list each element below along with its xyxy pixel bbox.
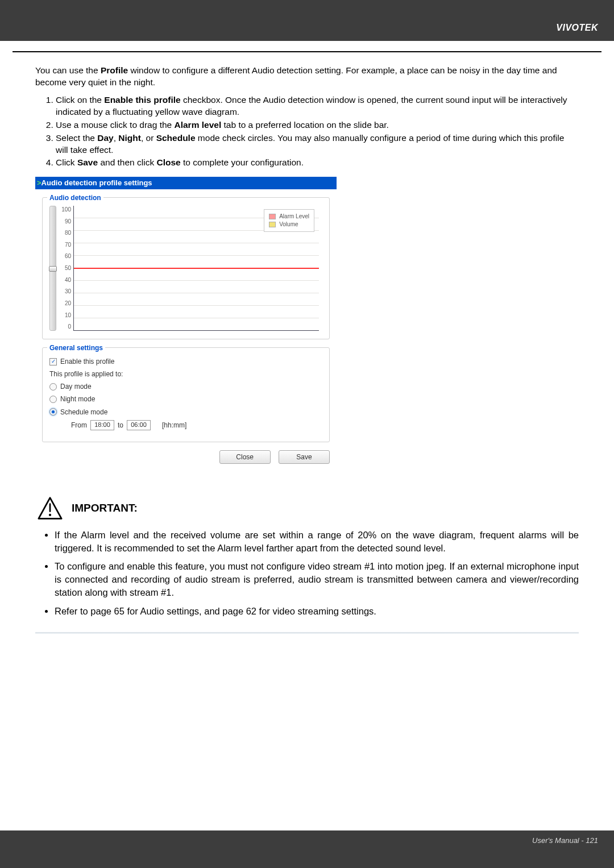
panel-title-bar: >Audio detection profile settings [35,177,337,189]
step3-m2: , or [141,133,156,143]
general-settings-fieldset: General settings Enable this profile Thi… [42,347,330,442]
from-label: From [71,421,87,430]
alarm-level-slider[interactable] [49,206,56,331]
warning-icon [38,496,63,521]
important-section: IMPORTANT: If the Alarm level and the re… [35,496,579,634]
legend-alarm: Alarm Level [269,213,309,221]
brand-text: VIVOTEK [556,23,598,33]
tick-30: 30 [57,288,71,296]
audio-chart: 100 90 80 70 60 50 40 30 20 10 0 [49,203,322,331]
step4-m1: and then click [98,157,156,167]
important-title: IMPORTANT: [72,501,138,516]
legend-alarm-label: Alarm Level [279,213,309,221]
schedule-mode-radio[interactable] [49,408,57,416]
intro-pre: You can use the [35,65,101,75]
schedule-mode-row: Schedule mode [49,408,322,417]
schedule-mode-label: Schedule mode [60,408,107,417]
panel-button-row: Close Save [35,448,337,470]
important-item-3: Refer to page 65 for Audio settings, and… [55,605,579,618]
step-2: Use a mouse click to drag the Alarm leve… [56,119,579,131]
legend-volume: Volume [269,221,309,229]
to-time-input[interactable]: 06:00 [127,420,151,430]
page-content: You can use the Profile window to config… [0,52,614,634]
enable-profile-row: Enable this profile [49,357,322,366]
step-3: Select the Day, Night, or Schedule mode … [56,132,579,156]
step4-pre: Click [56,157,77,167]
step1-bold: Enable this profile [104,95,180,105]
day-mode-label: Day mode [60,382,92,391]
chevron-right-icon: > [37,178,42,187]
footer-band: User's Manual - 121 [0,830,614,868]
profile-settings-panel: >Audio detection profile settings Audio … [35,177,337,469]
step3-b3: Schedule [156,133,196,143]
panel-title: Audio detection profile settings [42,178,152,187]
steps-list: Click on the Enable this profile checkbo… [35,94,579,169]
from-time-input[interactable]: 18:00 [90,420,114,430]
tick-80: 80 [57,229,71,237]
step-4: Click Save and then click Close to compl… [56,157,579,169]
tick-100: 100 [57,206,71,214]
svg-point-2 [49,514,51,516]
tick-60: 60 [57,252,71,260]
swatch-red-icon [269,214,276,219]
night-mode-radio[interactable] [49,396,57,403]
enable-profile-label: Enable this profile [60,357,114,366]
step3-b1: Day [97,133,113,143]
general-settings-legend: General settings [47,343,105,352]
important-item-1: If the Alarm level and the received volu… [55,529,579,555]
save-button[interactable]: Save [279,450,330,464]
tick-40: 40 [57,276,71,284]
legend-volume-label: Volume [279,221,298,229]
step3-b2: Night [118,133,141,143]
enable-profile-checkbox[interactable] [49,358,57,366]
plot-area: Alarm Level Volume [73,206,319,331]
step4-b1: Save [77,157,98,167]
important-list: If the Alarm level and the received volu… [35,529,579,618]
audio-detection-legend: Audio detection [47,193,103,202]
step1-pre: Click on the [56,95,104,105]
swatch-yellow-icon [269,222,276,227]
tick-50: 50 [57,264,71,272]
page-number: User's Manual - 121 [532,836,598,845]
day-mode-radio[interactable] [49,383,57,391]
intro-bold: Profile [101,65,128,75]
night-mode-row: Night mode [49,394,322,404]
close-button[interactable]: Close [219,450,271,464]
header-band: VIVOTEK [0,0,614,41]
tick-20: 20 [57,300,71,308]
step3-pre: Select the [56,133,97,143]
tick-10: 10 [57,312,71,319]
alarm-level-line [74,268,319,269]
night-mode-label: Night mode [60,394,95,404]
y-axis-ticks: 100 90 80 70 60 50 40 30 20 10 0 [57,206,73,331]
day-mode-row: Day mode [49,382,322,391]
chart-legend: Alarm Level Volume [264,209,314,232]
to-label: to [118,421,123,430]
important-item-2: To configure and enable this feature, yo… [55,560,579,599]
step2-bold: Alarm level [175,120,222,130]
hhmm-hint: [hh:mm] [162,421,186,430]
tick-0: 0 [57,323,71,331]
audio-detection-fieldset: Audio detection 100 90 80 70 60 50 40 30… [42,197,330,339]
step4-b2: Close [157,157,181,167]
tick-90: 90 [57,218,71,226]
important-heading: IMPORTANT: [35,496,579,521]
applied-to-label: This profile is applied to: [49,369,322,379]
step2-post: tab to a preferred location on the slide… [221,120,389,130]
section-divider [35,632,579,634]
schedule-time-row: From 18:00 to 06:00 [hh:mm] [49,420,322,430]
step4-post: to complete your configuration. [181,157,304,167]
step2-pre: Use a mouse click to drag the [56,120,175,130]
tick-70: 70 [57,241,71,249]
step-1: Click on the Enable this profile checkbo… [56,94,579,118]
intro-paragraph: You can use the Profile window to config… [35,65,579,89]
slider-thumb-icon[interactable] [49,266,57,272]
